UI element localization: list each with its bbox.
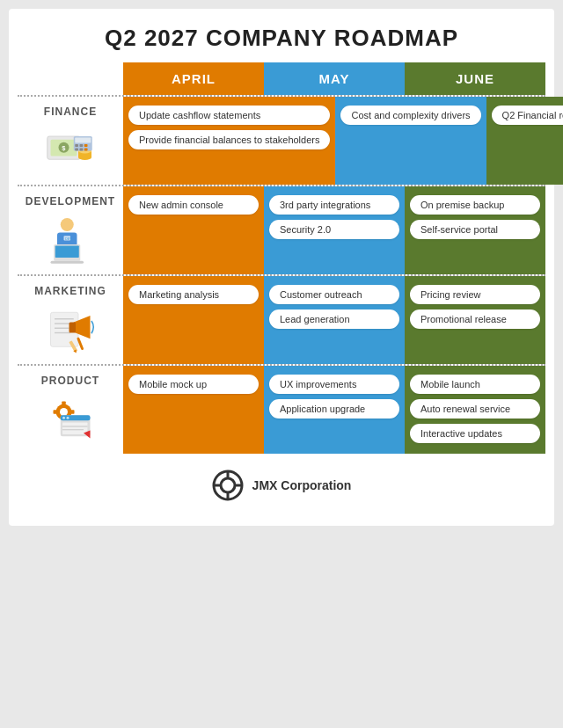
col-marketing-april: Marketing analysis xyxy=(123,276,264,364)
section-row-product: PRODUCT xyxy=(18,364,545,454)
svg-text:DEV: DEV xyxy=(65,237,72,241)
section-label-product: PRODUCT xyxy=(18,366,123,454)
development-icon: DEV xyxy=(44,213,97,266)
svg-point-17 xyxy=(61,218,74,231)
task-card: Promotional release xyxy=(410,309,540,329)
task-card: Interactive updates xyxy=(410,424,540,443)
svg-rect-11 xyxy=(75,144,78,147)
task-card: Customer outreach xyxy=(269,285,399,304)
task-card: On premise backup xyxy=(410,195,540,215)
svg-rect-21 xyxy=(51,261,84,264)
svg-point-42 xyxy=(62,417,65,419)
section-label-finance: FINANCE $ xyxy=(18,97,123,185)
task-card: Marketing analysis xyxy=(128,285,259,304)
task-card: Application upgrade xyxy=(269,399,399,419)
svg-rect-44 xyxy=(62,423,88,435)
svg-rect-12 xyxy=(80,144,84,147)
col-finance-june: Q2 Financial report xyxy=(486,97,563,185)
task-card: Pricing review xyxy=(410,285,540,304)
company-name: JMX Corporation xyxy=(252,478,352,492)
footer: JMX Corporation xyxy=(9,454,554,508)
col-product-may: UX improvements Application upgrade xyxy=(264,366,405,454)
task-card: Provide financial balances to stakeholde… xyxy=(128,130,330,149)
svg-rect-30 xyxy=(69,323,77,333)
header-row: APRIL MAY JUNE xyxy=(123,62,545,95)
page-title: Q2 2027 COMPANY ROADMAP xyxy=(18,25,545,52)
col-product-april: Mobile mock up xyxy=(123,366,264,454)
section-row-marketing: MARKETING xyxy=(18,274,545,364)
task-card: Update cashflow statements xyxy=(128,106,330,125)
task-card: 3rd party integrations xyxy=(269,195,399,215)
svg-point-43 xyxy=(67,417,69,419)
task-card: Lead generation xyxy=(269,309,399,329)
section-name-marketing: MARKETING xyxy=(34,285,106,297)
svg-point-49 xyxy=(221,478,235,492)
col-marketing-may: Customer outreach Lead generation xyxy=(264,276,405,364)
svg-rect-15 xyxy=(80,149,84,151)
title-section: Q2 2027 COMPANY ROADMAP xyxy=(9,9,554,62)
col-development-may: 3rd party integrations Security 2.0 xyxy=(264,186,405,274)
svg-point-35 xyxy=(60,408,68,416)
section-name-product: PRODUCT xyxy=(41,375,99,387)
svg-rect-39 xyxy=(70,410,75,414)
section-label-marketing: MARKETING xyxy=(18,276,123,364)
task-card: Auto renewal service xyxy=(410,399,540,419)
section-row-development: DEVELOPMENT DEV New admin console xyxy=(18,185,545,274)
section-cols-marketing: Marketing analysis Customer outreach Lea… xyxy=(123,276,545,364)
svg-rect-13 xyxy=(84,144,88,147)
marketing-icon xyxy=(44,302,97,355)
svg-line-31 xyxy=(78,339,83,348)
col-header-may: MAY xyxy=(264,62,405,95)
svg-rect-10 xyxy=(75,138,91,143)
roadmap-container: APRIL MAY JUNE FINANCE $ xyxy=(18,62,545,454)
section-row-finance: FINANCE $ xyxy=(18,95,545,185)
task-card: New admin console xyxy=(128,195,259,215)
col-finance-may: Cost and complexity drivers xyxy=(335,97,486,185)
page-wrapper: Q2 2027 COMPANY ROADMAP APRIL MAY JUNE F… xyxy=(9,9,554,526)
svg-rect-36 xyxy=(62,402,66,406)
task-card: Mobile mock up xyxy=(128,375,259,394)
svg-rect-14 xyxy=(75,149,78,151)
col-marketing-june: Pricing review Promotional release xyxy=(405,276,545,364)
section-label-development: DEVELOPMENT DEV xyxy=(18,186,123,274)
task-card: Q2 Financial report xyxy=(492,106,563,125)
svg-rect-20 xyxy=(55,246,79,258)
section-cols-product: Mobile mock up UX improvements Applicati… xyxy=(123,366,545,454)
col-product-june: Mobile launch Auto renewal service Inter… xyxy=(405,366,545,454)
col-development-june: On premise backup Self-service portal xyxy=(405,186,545,274)
section-name-development: DEVELOPMENT xyxy=(26,195,115,207)
task-card: Mobile launch xyxy=(410,375,540,394)
task-card: Self-service portal xyxy=(410,220,540,239)
section-name-finance: FINANCE xyxy=(44,106,97,118)
section-cols-finance: Update cashflow statements Provide finan… xyxy=(123,97,563,185)
task-card: Security 2.0 xyxy=(269,220,399,239)
product-icon xyxy=(44,392,97,445)
task-card: UX improvements xyxy=(269,375,399,394)
col-development-april: New admin console xyxy=(123,186,264,274)
task-card: Cost and complexity drivers xyxy=(340,106,480,125)
col-header-june: JUNE xyxy=(405,62,545,95)
svg-rect-38 xyxy=(54,410,58,414)
finance-icon: $ xyxy=(44,123,97,176)
col-header-april: APRIL xyxy=(123,62,264,95)
section-cols-development: New admin console 3rd party integrations… xyxy=(123,186,545,274)
svg-rect-16 xyxy=(84,149,88,151)
col-finance-april: Update cashflow statements Provide finan… xyxy=(123,97,335,185)
company-logo-icon xyxy=(212,470,244,501)
